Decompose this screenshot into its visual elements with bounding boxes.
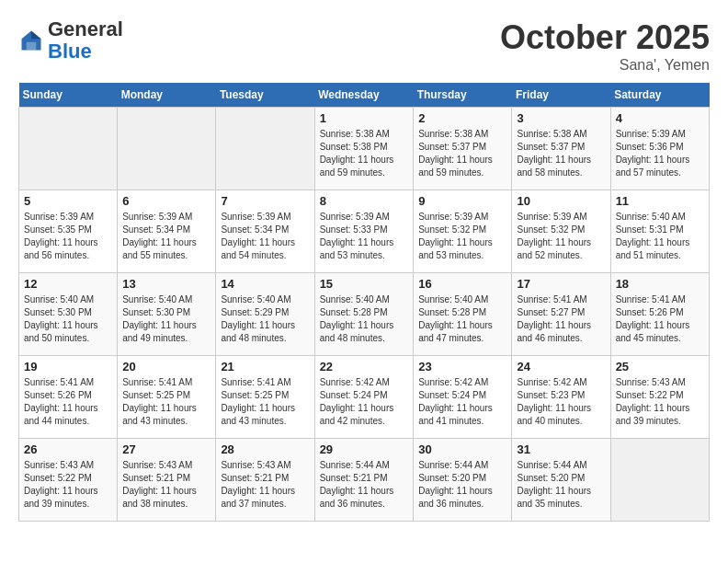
logo-blue: Blue	[48, 40, 92, 63]
day-info: Sunrise: 5:40 AM Sunset: 5:28 PM Dayligh…	[320, 293, 409, 345]
day-info: Sunrise: 5:39 AM Sunset: 5:32 PM Dayligh…	[418, 211, 506, 262]
day-info: Sunrise: 5:44 AM Sunset: 5:20 PM Dayligh…	[517, 459, 605, 511]
calendar-cell: 28Sunrise: 5:43 AM Sunset: 5:21 PM Dayli…	[216, 439, 314, 522]
day-info: Sunrise: 5:40 AM Sunset: 5:28 PM Dayligh…	[418, 293, 506, 345]
calendar-body: 1Sunrise: 5:38 AM Sunset: 5:38 PM Daylig…	[19, 108, 710, 522]
calendar-cell: 16Sunrise: 5:40 AM Sunset: 5:28 PM Dayli…	[414, 273, 512, 356]
calendar-cell: 31Sunrise: 5:44 AM Sunset: 5:20 PM Dayli…	[512, 439, 610, 522]
calendar-cell: 1Sunrise: 5:38 AM Sunset: 5:38 PM Daylig…	[314, 108, 414, 190]
calendar-cell: 25Sunrise: 5:43 AM Sunset: 5:22 PM Dayli…	[610, 356, 709, 439]
calendar-cell: 18Sunrise: 5:41 AM Sunset: 5:26 PM Dayli…	[610, 273, 709, 356]
header-thursday: Thursday	[414, 83, 512, 108]
calendar-week-1: 1Sunrise: 5:38 AM Sunset: 5:38 PM Daylig…	[19, 108, 710, 190]
day-info: Sunrise: 5:43 AM Sunset: 5:22 PM Dayligh…	[616, 376, 704, 428]
calendar-cell: 9Sunrise: 5:39 AM Sunset: 5:32 PM Daylig…	[414, 190, 512, 273]
day-number: 3	[517, 111, 605, 125]
day-number: 25	[616, 360, 704, 373]
day-number: 17	[517, 277, 605, 291]
calendar-cell: 5Sunrise: 5:39 AM Sunset: 5:35 PM Daylig…	[19, 190, 118, 273]
day-info: Sunrise: 5:42 AM Sunset: 5:24 PM Dayligh…	[320, 376, 409, 428]
day-info: Sunrise: 5:40 AM Sunset: 5:29 PM Dayligh…	[221, 293, 309, 345]
day-number: 24	[517, 360, 605, 373]
day-number: 11	[616, 194, 704, 208]
calendar-cell: 13Sunrise: 5:40 AM Sunset: 5:30 PM Dayli…	[118, 273, 216, 356]
day-number: 7	[221, 194, 309, 208]
page-header: General Blue October 2025 Sana', Yemen	[18, 18, 710, 74]
calendar-week-4: 19Sunrise: 5:41 AM Sunset: 5:26 PM Dayli…	[19, 356, 710, 439]
day-info: Sunrise: 5:39 AM Sunset: 5:32 PM Dayligh…	[517, 211, 605, 262]
calendar-cell: 30Sunrise: 5:44 AM Sunset: 5:20 PM Dayli…	[414, 439, 512, 522]
calendar-cell: 26Sunrise: 5:43 AM Sunset: 5:22 PM Dayli…	[19, 439, 118, 522]
header-monday: Monday	[118, 83, 216, 108]
day-number: 22	[320, 360, 409, 373]
calendar-cell: 27Sunrise: 5:43 AM Sunset: 5:21 PM Dayli…	[118, 439, 216, 522]
day-info: Sunrise: 5:38 AM Sunset: 5:37 PM Dayligh…	[517, 128, 605, 179]
day-info: Sunrise: 5:41 AM Sunset: 5:25 PM Dayligh…	[122, 376, 210, 428]
day-number: 8	[320, 194, 409, 208]
day-number: 10	[517, 194, 605, 208]
calendar-cell: 7Sunrise: 5:39 AM Sunset: 5:34 PM Daylig…	[216, 190, 314, 273]
day-number: 26	[24, 442, 112, 456]
day-number: 4	[616, 111, 704, 125]
calendar-cell: 8Sunrise: 5:39 AM Sunset: 5:33 PM Daylig…	[314, 190, 414, 273]
calendar-cell	[610, 439, 709, 522]
day-info: Sunrise: 5:41 AM Sunset: 5:25 PM Dayligh…	[221, 376, 309, 428]
calendar-cell: 15Sunrise: 5:40 AM Sunset: 5:28 PM Dayli…	[314, 273, 414, 356]
calendar-cell	[19, 108, 118, 190]
calendar-cell: 17Sunrise: 5:41 AM Sunset: 5:27 PM Dayli…	[512, 273, 610, 356]
day-number: 29	[320, 442, 409, 456]
calendar-table: Sunday Monday Tuesday Wednesday Thursday…	[18, 83, 710, 522]
calendar-cell: 23Sunrise: 5:42 AM Sunset: 5:24 PM Dayli…	[414, 356, 512, 439]
calendar-cell: 10Sunrise: 5:39 AM Sunset: 5:32 PM Dayli…	[512, 190, 610, 273]
day-info: Sunrise: 5:39 AM Sunset: 5:34 PM Dayligh…	[122, 211, 210, 262]
calendar-cell: 6Sunrise: 5:39 AM Sunset: 5:34 PM Daylig…	[118, 190, 216, 273]
calendar-cell: 24Sunrise: 5:42 AM Sunset: 5:23 PM Dayli…	[512, 356, 610, 439]
header-friday: Friday	[512, 83, 610, 108]
header-row: Sunday Monday Tuesday Wednesday Thursday…	[19, 83, 710, 108]
day-number: 18	[616, 277, 704, 291]
day-info: Sunrise: 5:40 AM Sunset: 5:31 PM Dayligh…	[616, 211, 704, 262]
location: Sana', Yemen	[500, 57, 710, 74]
logo-general: General	[48, 17, 123, 40]
logo-text: General Blue	[48, 18, 123, 63]
day-number: 20	[122, 360, 210, 373]
day-info: Sunrise: 5:43 AM Sunset: 5:21 PM Dayligh…	[221, 459, 309, 511]
svg-marker-1	[31, 31, 41, 40]
day-info: Sunrise: 5:39 AM Sunset: 5:34 PM Dayligh…	[221, 211, 309, 262]
month-title: October 2025	[500, 18, 710, 57]
calendar-cell: 22Sunrise: 5:42 AM Sunset: 5:24 PM Dayli…	[314, 356, 414, 439]
day-number: 23	[418, 360, 506, 373]
day-info: Sunrise: 5:39 AM Sunset: 5:33 PM Dayligh…	[320, 211, 409, 262]
day-info: Sunrise: 5:44 AM Sunset: 5:21 PM Dayligh…	[320, 459, 409, 511]
logo: General Blue	[18, 18, 123, 63]
day-number: 1	[320, 111, 409, 125]
day-info: Sunrise: 5:40 AM Sunset: 5:30 PM Dayligh…	[122, 293, 210, 345]
calendar-cell: 29Sunrise: 5:44 AM Sunset: 5:21 PM Dayli…	[314, 439, 414, 522]
day-info: Sunrise: 5:41 AM Sunset: 5:27 PM Dayligh…	[517, 293, 605, 345]
calendar-cell: 2Sunrise: 5:38 AM Sunset: 5:37 PM Daylig…	[414, 108, 512, 190]
day-info: Sunrise: 5:41 AM Sunset: 5:26 PM Dayligh…	[616, 293, 704, 345]
logo-icon	[18, 28, 44, 53]
calendar-week-5: 26Sunrise: 5:43 AM Sunset: 5:22 PM Dayli…	[19, 439, 710, 522]
day-number: 12	[24, 277, 112, 291]
header-saturday: Saturday	[610, 83, 709, 108]
calendar-header: Sunday Monday Tuesday Wednesday Thursday…	[19, 83, 710, 108]
header-tuesday: Tuesday	[216, 83, 314, 108]
day-number: 15	[320, 277, 409, 291]
header-sunday: Sunday	[19, 83, 118, 108]
day-number: 31	[517, 442, 605, 456]
calendar-cell: 11Sunrise: 5:40 AM Sunset: 5:31 PM Dayli…	[610, 190, 709, 273]
day-info: Sunrise: 5:39 AM Sunset: 5:36 PM Dayligh…	[616, 128, 704, 179]
calendar-cell	[216, 108, 314, 190]
calendar-cell: 20Sunrise: 5:41 AM Sunset: 5:25 PM Dayli…	[118, 356, 216, 439]
header-wednesday: Wednesday	[314, 83, 414, 108]
day-number: 13	[122, 277, 210, 291]
day-info: Sunrise: 5:43 AM Sunset: 5:22 PM Dayligh…	[24, 459, 112, 511]
day-number: 27	[122, 442, 210, 456]
calendar-cell: 14Sunrise: 5:40 AM Sunset: 5:29 PM Dayli…	[216, 273, 314, 356]
day-info: Sunrise: 5:38 AM Sunset: 5:37 PM Dayligh…	[418, 128, 506, 179]
day-info: Sunrise: 5:42 AM Sunset: 5:24 PM Dayligh…	[418, 376, 506, 428]
title-block: October 2025 Sana', Yemen	[500, 18, 710, 74]
day-info: Sunrise: 5:40 AM Sunset: 5:30 PM Dayligh…	[24, 293, 112, 345]
calendar-cell: 19Sunrise: 5:41 AM Sunset: 5:26 PM Dayli…	[19, 356, 118, 439]
